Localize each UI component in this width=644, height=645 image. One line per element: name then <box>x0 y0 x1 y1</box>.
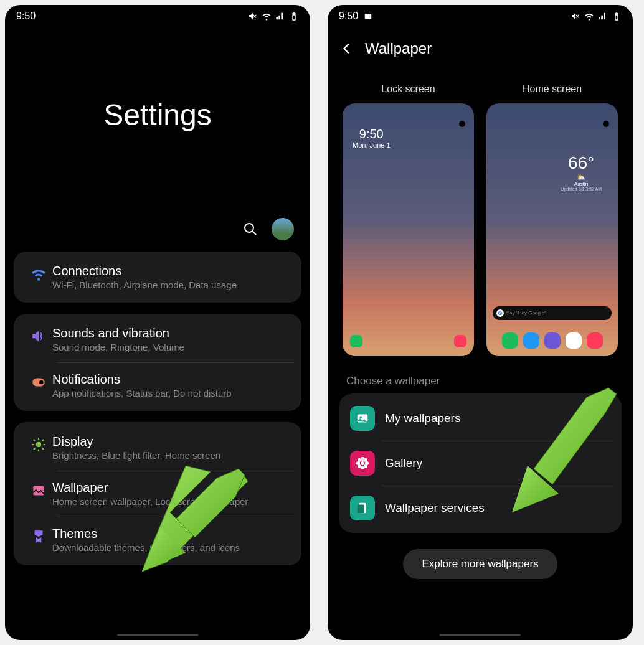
home-screen-preview[interactable]: 66° ⛅ Austin Updated 6/1 3:52 AM GSay "H… <box>486 103 618 356</box>
battery-icon <box>289 11 299 21</box>
status-indicators <box>571 11 622 21</box>
wifi-icon <box>584 11 594 21</box>
item-title: Gallery <box>385 456 422 470</box>
svg-line-9 <box>34 440 35 441</box>
camera-app-icon <box>454 335 466 347</box>
item-title: Display <box>52 435 296 449</box>
phone-app-icon <box>350 335 362 347</box>
status-time: 9:50 <box>339 11 372 22</box>
svg-point-0 <box>245 224 253 232</box>
camera-cutout-icon <box>459 121 465 127</box>
svg-point-25 <box>358 458 361 462</box>
settings-item-sounds[interactable]: Sounds and vibration Sound mode, Rington… <box>14 316 301 362</box>
play-store-icon <box>566 332 582 349</box>
svg-rect-17 <box>365 14 372 19</box>
item-title: My wallpapers <box>385 412 460 425</box>
item-sub: Wi-Fi, Bluetooth, Airplane mode, Data us… <box>52 280 296 290</box>
avatar[interactable] <box>272 218 294 240</box>
svg-point-28 <box>364 464 367 468</box>
lock-date: Mon, June 1 <box>353 141 391 149</box>
mute-icon <box>248 11 258 21</box>
svg-line-11 <box>34 448 35 450</box>
mute-icon <box>571 11 580 21</box>
page-title: Settings <box>103 98 211 132</box>
flower-icon <box>355 456 370 471</box>
svg-point-20 <box>361 461 364 465</box>
home-dock <box>486 332 618 349</box>
notification-icon <box>31 374 47 390</box>
svg-point-4 <box>36 442 42 448</box>
wallpaper-icon <box>31 483 47 499</box>
nav-hint[interactable] <box>117 634 198 636</box>
item-sub: App notifications, Status bar, Do not di… <box>52 388 296 398</box>
camera-app-icon <box>587 332 603 349</box>
svg-line-10 <box>42 448 44 450</box>
back-icon[interactable] <box>340 42 354 55</box>
brightness-icon <box>31 436 47 453</box>
svg-point-19 <box>359 416 362 418</box>
svg-rect-30 <box>358 504 364 513</box>
signal-icon <box>275 11 285 21</box>
google-search-bar: GSay "Hey Google" <box>493 306 612 320</box>
status-indicators <box>248 11 299 21</box>
item-title: Sounds and vibration <box>52 326 296 341</box>
picture-icon <box>356 412 369 425</box>
weather-widget: 66° ⛅ Austin Updated 6/1 3:52 AM <box>561 153 602 191</box>
item-title: Wallpaper services <box>385 501 485 515</box>
lock-time: 9:50 <box>353 127 391 141</box>
browser-app-icon <box>544 332 561 349</box>
settings-item-display[interactable]: Display Brightness, Blue light filter, H… <box>14 425 301 471</box>
svg-point-3 <box>39 380 44 385</box>
signal-icon <box>598 11 608 21</box>
phone-wallpaper: 9:50 Wallpaper Lock screen 9:50 Mon, Jun… <box>328 5 633 640</box>
phone-settings: 9:50 Settings Connections Wi-Fi, Bluetoo… <box>5 5 310 640</box>
svg-line-12 <box>42 440 44 441</box>
wifi-icon <box>262 11 272 21</box>
status-bar: 9:50 <box>328 5 633 27</box>
item-sub: Sound mode, Ringtone, Volume <box>52 342 296 352</box>
item-sub: Brightness, Blue light filter, Home scre… <box>52 450 296 461</box>
preview-label-home: Home screen <box>486 83 618 95</box>
services-icon <box>356 501 369 515</box>
lock-screen-preview[interactable]: 9:50 Mon, June 1 <box>343 103 474 356</box>
preview-label-lock: Lock screen <box>343 83 474 95</box>
wifi-icon <box>31 266 47 282</box>
explore-more-button[interactable]: Explore more wallpapers <box>403 549 557 579</box>
battery-icon <box>612 11 622 21</box>
status-time: 9:50 <box>16 11 36 22</box>
settings-group: Sounds and vibration Sound mode, Rington… <box>14 314 301 411</box>
search-icon[interactable] <box>243 222 258 237</box>
themes-icon <box>31 529 47 545</box>
wallpaper-previews: Lock screen 9:50 Mon, June 1 Home screen… <box>328 65 633 362</box>
annotation-arrow-icon <box>142 466 248 572</box>
status-bar: 9:50 <box>5 5 310 27</box>
wallpaper-header: Wallpaper <box>328 27 633 65</box>
messages-app-icon <box>523 332 539 349</box>
nav-hint[interactable] <box>440 634 521 636</box>
svg-point-27 <box>358 464 361 468</box>
item-title: Connections <box>52 264 296 278</box>
settings-header: Settings <box>5 27 310 252</box>
phone-app-icon <box>502 332 518 349</box>
page-title: Wallpaper <box>365 40 432 57</box>
settings-item-notifications[interactable]: Notifications App notifications, Status … <box>14 362 301 408</box>
settings-group: Connections Wi-Fi, Bluetooth, Airplane m… <box>14 252 301 303</box>
image-indicator-icon <box>364 12 372 21</box>
annotation-arrow-icon <box>506 385 618 516</box>
camera-cutout-icon <box>603 121 609 127</box>
svg-point-26 <box>364 458 367 462</box>
settings-item-connections[interactable]: Connections Wi-Fi, Bluetooth, Airplane m… <box>14 254 301 300</box>
sound-icon <box>31 328 47 344</box>
svg-line-1 <box>252 231 256 235</box>
svg-marker-31 <box>534 388 617 484</box>
item-title: Notifications <box>52 372 296 387</box>
